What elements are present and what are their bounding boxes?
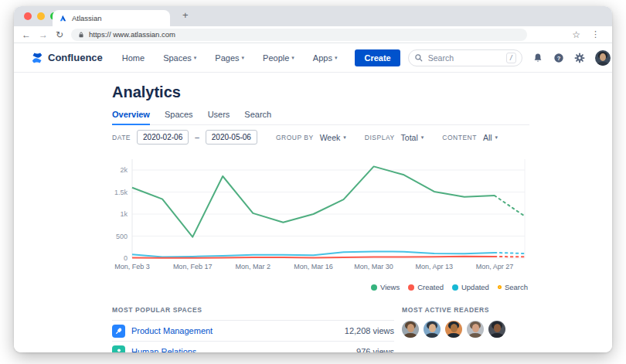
forward-icon[interactable]: →: [39, 30, 48, 39]
atlassian-favicon-icon: [59, 14, 67, 22]
popular-spaces-title: MOST POPULAR SPACES: [112, 306, 394, 321]
table-row: Human Relations 976 views: [112, 342, 394, 352]
svg-text:Mon, Feb 17: Mon, Feb 17: [173, 263, 213, 270]
chevron-down-icon: ▾: [343, 134, 346, 141]
svg-text:?: ?: [556, 54, 560, 61]
date-from-input[interactable]: 2020-02-06: [137, 130, 189, 145]
reader-avatar[interactable]: [445, 321, 462, 338]
svg-text:1k: 1k: [120, 210, 128, 218]
most-popular-spaces: MOST POPULAR SPACES Product Management 1…: [112, 306, 394, 352]
table-row: Product Management 12,208 views: [112, 321, 394, 342]
date-range-separator: –: [195, 133, 199, 141]
reload-icon[interactable]: ↻: [56, 30, 63, 39]
svg-text:Mon, Apr 27: Mon, Apr 27: [476, 263, 514, 270]
confluence-mark-icon: [31, 52, 43, 64]
browser-tab[interactable]: Atlassian: [53, 10, 170, 26]
legend-swatch-icon: [371, 284, 377, 291]
chevron-down-icon: ▾: [194, 55, 197, 61]
svg-text:2k: 2k: [120, 166, 128, 174]
svg-text:Mon, Apr 13: Mon, Apr 13: [416, 263, 454, 270]
nav-item-people[interactable]: People ▾: [257, 53, 300, 63]
toolbar-right: ☆ ⋮: [572, 29, 604, 40]
browser-toolbar: ← → ↻ https:// www.atlassian.com ☆ ⋮: [14, 26, 612, 43]
space-views: 12,208 views: [345, 326, 394, 335]
search-shortcut-badge: /: [506, 53, 516, 63]
browser-window: Atlassian + ← → ↻ https:// www.atlassian…: [14, 6, 612, 352]
content-select[interactable]: All ▾: [483, 133, 498, 142]
analytics-page: Analytics Overview Spaces Users Search D…: [14, 73, 612, 352]
svg-text:0: 0: [124, 254, 128, 262]
minimize-window-button[interactable]: [37, 12, 45, 20]
address-bar[interactable]: https:// www.atlassian.com: [71, 29, 527, 41]
url-text: https:// www.atlassian.com: [89, 30, 175, 39]
display-select[interactable]: Total ▾: [401, 133, 424, 142]
active-readers-title: MOST ACTIVE READERS: [402, 306, 529, 314]
chevron-down-icon: ▾: [421, 134, 424, 141]
space-link[interactable]: Human Relations: [131, 347, 196, 352]
tab-spaces[interactable]: Spaces: [165, 110, 193, 125]
settings-gear-icon[interactable]: [574, 53, 585, 63]
reader-avatar[interactable]: [402, 321, 419, 338]
user-avatar[interactable]: [595, 50, 611, 66]
help-icon[interactable]: ?: [553, 53, 564, 63]
legend-swatch-icon: [408, 284, 414, 291]
chevron-down-icon: ▾: [291, 55, 294, 61]
svg-text:1.5k: 1.5k: [114, 189, 128, 196]
chart-legend: ViewsCreatedUpdatedSearch: [112, 283, 529, 291]
nav-item-home[interactable]: Home: [117, 53, 150, 63]
reader-avatar[interactable]: [488, 321, 505, 338]
legend-item-updated[interactable]: Updated: [452, 283, 489, 291]
tab-search[interactable]: Search: [244, 110, 271, 125]
nav-item-pages[interactable]: Pages ▾: [209, 53, 250, 63]
date-to-input[interactable]: 2020-05-06: [206, 130, 257, 145]
filter-bar: DATE 2020-02-06 – 2020-05-06 GROUP BY We…: [112, 130, 498, 145]
reader-avatar[interactable]: [424, 321, 441, 338]
tab-title: Atlassian: [72, 14, 102, 22]
page-title: Analytics: [112, 83, 181, 101]
group-by-label: GROUP BY: [276, 134, 314, 141]
group-by-select[interactable]: Week ▾: [320, 133, 346, 142]
svg-text:Mon, Feb 3: Mon, Feb 3: [114, 263, 150, 270]
tab-users[interactable]: Users: [208, 110, 230, 125]
legend-item-views[interactable]: Views: [371, 283, 400, 291]
reader-avatar[interactable]: [467, 321, 484, 338]
notifications-bell-icon[interactable]: [532, 53, 543, 63]
search-input[interactable]: Search /: [408, 49, 522, 66]
analytics-chart-svg: 2k1.5k1k5000Mon, Feb 3Mon, Feb 17Mon, Ma…: [112, 150, 529, 280]
svg-text:Mon, Mar 2: Mon, Mar 2: [236, 263, 271, 270]
date-label: DATE: [112, 134, 131, 141]
person-icon: [112, 345, 125, 353]
most-active-readers: MOST ACTIVE READERS: [402, 306, 529, 338]
new-tab-button[interactable]: +: [182, 9, 189, 21]
search-placeholder: Search: [428, 53, 502, 63]
product-name: Confluence: [48, 52, 103, 63]
browser-menu-icon[interactable]: ⋮: [591, 29, 600, 39]
confluence-logo[interactable]: Confluence: [31, 52, 103, 64]
create-button[interactable]: Create: [355, 49, 400, 66]
svg-text:500: 500: [116, 233, 128, 240]
browser-tabstrip: Atlassian +: [14, 6, 612, 26]
chevron-down-icon: ▾: [495, 134, 498, 141]
legend-item-search[interactable]: Search: [498, 283, 528, 291]
back-icon[interactable]: ←: [22, 30, 31, 39]
nav-item-apps[interactable]: Apps ▾: [308, 53, 343, 63]
rocket-icon: [112, 325, 125, 338]
nav-item-spaces[interactable]: Spaces ▾: [158, 53, 202, 63]
legend-swatch-icon: [452, 284, 458, 291]
close-window-button[interactable]: [24, 12, 32, 20]
space-views: 976 views: [356, 347, 394, 352]
chevron-down-icon: ▾: [242, 55, 245, 61]
confluence-navbar: Confluence Home Spaces ▾ Pages ▾ People …: [14, 43, 612, 73]
lock-icon: [78, 31, 84, 39]
analytics-chart: 2k1.5k1k5000Mon, Feb 3Mon, Feb 17Mon, Ma…: [112, 150, 529, 280]
bookmark-star-icon[interactable]: ☆: [572, 29, 580, 40]
active-readers-avatars: [402, 321, 529, 338]
legend-item-created[interactable]: Created: [408, 283, 444, 291]
tab-overview[interactable]: Overview: [112, 110, 150, 125]
display-label: DISPLAY: [365, 134, 395, 141]
chevron-down-icon: ▾: [335, 55, 338, 61]
content-label: CONTENT: [442, 134, 477, 141]
space-link[interactable]: Product Management: [131, 326, 213, 335]
svg-text:Mon, Mar 30: Mon, Mar 30: [354, 263, 393, 270]
navbar-right: Search / ?: [408, 49, 611, 66]
